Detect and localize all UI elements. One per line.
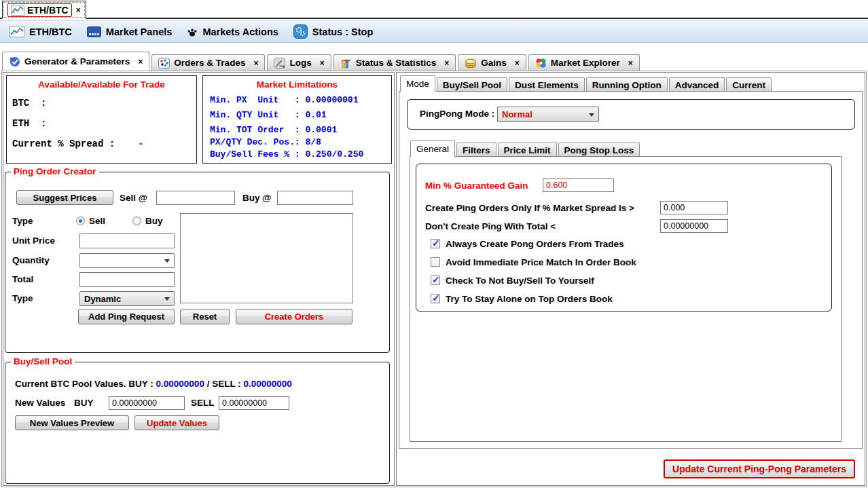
window-tab-label: ETH/BTC bbox=[27, 5, 69, 16]
order-type-label: Type bbox=[12, 293, 33, 303]
quantity-label: Quantity bbox=[12, 255, 50, 265]
right-panel: Mode Buy/Sell Pool Dust Elements Running… bbox=[396, 72, 865, 486]
tab-buy-sell-pool[interactable]: Buy/Sell Pool bbox=[437, 77, 507, 92]
tab-gains[interactable]: Gains × bbox=[458, 54, 526, 71]
total-input[interactable] bbox=[79, 272, 175, 287]
order-type-value: Dynamic bbox=[84, 294, 121, 304]
new-sell-input[interactable] bbox=[219, 396, 289, 410]
tab-label: Market Explorer bbox=[551, 58, 620, 68]
add-ping-request-button[interactable]: Add Ping Request bbox=[78, 309, 175, 324]
pool-buy-value: 0.00000000 bbox=[156, 379, 204, 389]
buy-at-label: Buy @ bbox=[242, 193, 271, 203]
pingpong-mode-box: PingPong Mode : Normal bbox=[407, 99, 855, 130]
chevron-down-icon bbox=[164, 297, 170, 301]
tab-mode[interactable]: Mode bbox=[400, 75, 435, 92]
limit-qty-unit: Min. QTY Unit : 0.01 bbox=[210, 110, 327, 120]
toolbar-item-label: Market Panels bbox=[106, 26, 173, 37]
close-icon[interactable]: × bbox=[138, 57, 143, 67]
limit-dec-pos: PX/QTY Dec. Pos.: 8/8 bbox=[210, 137, 321, 147]
tab-general[interactable]: General bbox=[410, 140, 455, 157]
svg-text:log: log bbox=[279, 64, 285, 67]
tab-advanced[interactable]: Advanced bbox=[669, 77, 725, 92]
ping-order-creator-group: Ping Order Creator Suggest Prices Sell @… bbox=[5, 172, 390, 353]
chevron-down-icon bbox=[589, 113, 594, 117]
buy-radio[interactable] bbox=[132, 216, 141, 225]
buy-sell-pool-group: Buy/Sell Pool Current BTC Pool Values. B… bbox=[5, 362, 390, 484]
available-panel: Available/Available For Trade BTC : ETH … bbox=[6, 75, 197, 164]
reset-button[interactable]: Reset bbox=[180, 309, 230, 324]
mode-tab-content: PingPong Mode : Normal General Filters P… bbox=[399, 91, 863, 449]
tab-running-option[interactable]: Running Option bbox=[586, 77, 668, 92]
price-match-checkbox[interactable] bbox=[431, 257, 440, 267]
gears-icon bbox=[293, 24, 308, 39]
order-side-label: Type bbox=[12, 216, 33, 226]
pingpong-mode-label: PingPong Mode : bbox=[420, 109, 494, 119]
tab-status-statistics[interactable]: Status & Statistics × bbox=[333, 54, 456, 71]
new-buy-label: BUY bbox=[74, 398, 94, 408]
ping-requests-list[interactable] bbox=[180, 213, 353, 303]
tab-price-limit[interactable]: Price Limit bbox=[498, 143, 557, 157]
tab-orders-trades[interactable]: Orders & Trades × bbox=[151, 54, 265, 71]
close-icon[interactable]: × bbox=[253, 58, 258, 68]
close-icon[interactable]: × bbox=[76, 5, 81, 15]
pingpong-mode-value: Normal bbox=[502, 109, 532, 119]
stay-alone-checkbox[interactable] bbox=[431, 294, 440, 303]
logs-icon: log bbox=[274, 58, 285, 69]
tab-logs[interactable]: log Logs × bbox=[267, 54, 331, 71]
close-icon[interactable]: × bbox=[320, 58, 325, 68]
new-values-preview-button[interactable]: New Values Preview bbox=[15, 415, 129, 430]
pool-prefix: Current BTC Pool Values. BUY : bbox=[15, 379, 153, 389]
window-tab-ethbtc[interactable]: ETH/BTC × bbox=[2, 1, 86, 19]
toolbar-item-label: Status : Stop bbox=[312, 26, 373, 37]
update-pingpong-parameters-button[interactable]: Update Current Ping-Pong Parameters bbox=[664, 459, 855, 478]
unit-price-label: Unit Price bbox=[12, 235, 55, 246]
toolbar-item-markets-actions[interactable]: Markets Actions bbox=[183, 25, 282, 39]
sell-at-input[interactable] bbox=[156, 191, 235, 205]
chevron-down-icon bbox=[164, 259, 170, 263]
self-trade-checkbox-label: Check To Not Buy/Sell To Yourself bbox=[446, 276, 594, 286]
close-icon[interactable]: × bbox=[515, 58, 520, 68]
min-gain-input[interactable] bbox=[543, 178, 614, 192]
update-values-button[interactable]: Update Values bbox=[134, 415, 219, 430]
sell-radio[interactable] bbox=[76, 216, 85, 225]
tab-dust-elements[interactable]: Dust Elements bbox=[509, 77, 585, 92]
pong-orders-checkbox[interactable] bbox=[431, 239, 440, 248]
general-params-box: Min % Guaranteed Gain Create Ping Orders… bbox=[416, 164, 832, 312]
left-panel: Available/Available For Trade BTC : ETH … bbox=[3, 72, 395, 486]
buy-at-input[interactable] bbox=[277, 191, 353, 205]
main-tab-bar: Generator & Parameters × Orders & Trades… bbox=[2, 52, 640, 71]
pool-separator: / SELL : bbox=[207, 379, 241, 389]
quantity-combobox[interactable] bbox=[79, 253, 175, 268]
tab-filters[interactable]: Filters bbox=[456, 143, 496, 157]
tab-current[interactable]: Current bbox=[726, 77, 772, 92]
suggest-prices-button[interactable]: Suggest Prices bbox=[16, 190, 113, 205]
param-tab-bar: General Filters Price Limit Pong Stop Lo… bbox=[410, 139, 640, 157]
close-icon[interactable]: × bbox=[628, 58, 633, 68]
min-total-input[interactable] bbox=[660, 219, 728, 233]
spread-value: - bbox=[138, 138, 143, 149]
gains-icon bbox=[465, 58, 477, 69]
self-trade-checkbox[interactable] bbox=[431, 276, 440, 285]
toolbar-item-status[interactable]: Status : Stop bbox=[289, 23, 377, 40]
toolbar-item-market[interactable]: ETH/BTC bbox=[5, 24, 76, 39]
create-orders-button[interactable]: Create Orders bbox=[236, 309, 352, 324]
tab-market-explorer[interactable]: Market Explorer × bbox=[528, 54, 640, 71]
available-panel-title: Available/Available For Trade bbox=[7, 79, 196, 90]
toolbar-item-market-panels[interactable]: Market Panels bbox=[83, 25, 177, 39]
tab-pong-stop-loss[interactable]: Pong Stop Loss bbox=[558, 143, 640, 157]
new-values-label: New Values bbox=[15, 398, 65, 408]
unit-price-input[interactable] bbox=[79, 233, 175, 248]
close-icon[interactable]: × bbox=[444, 58, 449, 68]
eth-balance-row: ETH : bbox=[12, 118, 46, 129]
order-type-combobox[interactable]: Dynamic bbox=[79, 291, 175, 306]
toolbar: ETH/BTC Market Panels Markets Actions St… bbox=[0, 20, 868, 43]
paw-icon bbox=[187, 26, 198, 37]
new-buy-input[interactable] bbox=[109, 396, 185, 410]
market-explorer-icon bbox=[535, 58, 547, 69]
spread-row: Current % Spread :- bbox=[12, 138, 144, 149]
market-limitations-title: Market Limitations bbox=[203, 79, 391, 90]
pingpong-mode-combobox[interactable]: Normal bbox=[497, 107, 599, 122]
spread-condition-input[interactable] bbox=[660, 201, 728, 214]
tab-label: Gains bbox=[481, 58, 507, 68]
tab-generator-parameters[interactable]: Generator & Parameters × bbox=[2, 52, 149, 71]
